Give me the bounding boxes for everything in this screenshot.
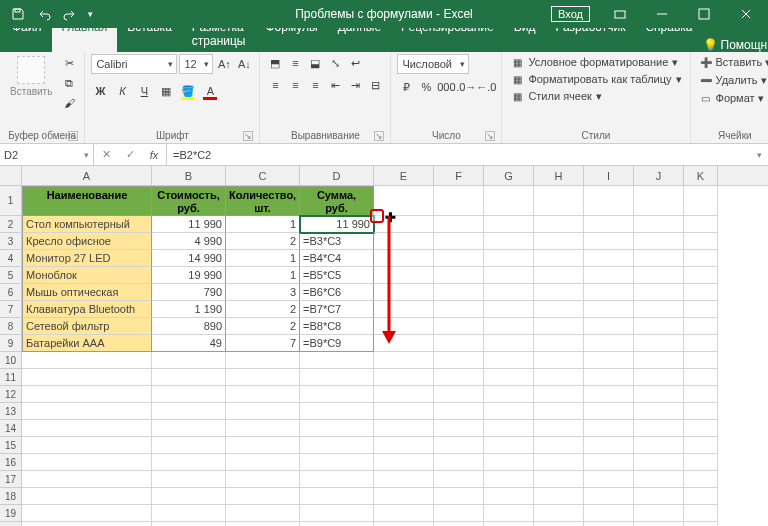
cell-6-D[interactable]: =B6*C6: [300, 284, 374, 301]
cell-5-E[interactable]: [374, 267, 434, 284]
tell-me-button[interactable]: 💡Помощн: [703, 38, 768, 52]
format-painter-icon[interactable]: 🖌: [60, 94, 78, 112]
cell-4-C[interactable]: 1: [226, 250, 300, 267]
cell-15-C[interactable]: [226, 437, 300, 454]
cell-17-C[interactable]: [226, 471, 300, 488]
cell-9-A[interactable]: Батарейки AAA: [22, 335, 152, 352]
cell-17-B[interactable]: [152, 471, 226, 488]
cell-15-I[interactable]: [584, 437, 634, 454]
cell-8-F[interactable]: [434, 318, 484, 335]
cell-5-A[interactable]: Моноблок: [22, 267, 152, 284]
col-header-K[interactable]: K: [684, 166, 718, 185]
cell-7-D[interactable]: =B7*C7: [300, 301, 374, 318]
cell-3-K[interactable]: [684, 233, 718, 250]
borders-icon[interactable]: ▦: [157, 82, 175, 100]
cell-19-J[interactable]: [634, 505, 684, 522]
cell-2-K[interactable]: [684, 216, 718, 233]
cell-19-H[interactable]: [534, 505, 584, 522]
cell-3-I[interactable]: [584, 233, 634, 250]
increase-decimal-icon[interactable]: .0→: [457, 78, 475, 96]
cell-6-J[interactable]: [634, 284, 684, 301]
cell-4-J[interactable]: [634, 250, 684, 267]
cell-5-J[interactable]: [634, 267, 684, 284]
cell-3-H[interactable]: [534, 233, 584, 250]
cell-20-J[interactable]: [634, 522, 684, 526]
col-header-I[interactable]: I: [584, 166, 634, 185]
paste-button[interactable]: Вставить: [6, 54, 56, 99]
number-format-select[interactable]: Числовой: [397, 54, 469, 74]
undo-icon[interactable]: [32, 2, 56, 26]
cell-14-B[interactable]: [152, 420, 226, 437]
cell-3-B[interactable]: 4 990: [152, 233, 226, 250]
cell-13-J[interactable]: [634, 403, 684, 420]
cell-16-E[interactable]: [374, 454, 434, 471]
cell-20-H[interactable]: [534, 522, 584, 526]
format-as-table-button[interactable]: ▦Форматировать как таблицу▾: [508, 71, 683, 87]
row-header-4[interactable]: 4: [0, 250, 21, 267]
cell-14-F[interactable]: [434, 420, 484, 437]
cells-area[interactable]: НаименованиеСтоимость,руб.Количество,шт.…: [22, 186, 768, 526]
cell-14-J[interactable]: [634, 420, 684, 437]
cell-19-C[interactable]: [226, 505, 300, 522]
cell-10-K[interactable]: [684, 352, 718, 369]
cell-12-G[interactable]: [484, 386, 534, 403]
align-center-icon[interactable]: ≡: [286, 76, 304, 94]
orientation-icon[interactable]: ⤡: [326, 54, 344, 72]
cell-18-E[interactable]: [374, 488, 434, 505]
cell-2-G[interactable]: [484, 216, 534, 233]
cell-12-K[interactable]: [684, 386, 718, 403]
align-top-icon[interactable]: ⬒: [266, 54, 284, 72]
cell-16-K[interactable]: [684, 454, 718, 471]
formula-input[interactable]: =B2*C2: [167, 144, 768, 165]
cell-11-C[interactable]: [226, 369, 300, 386]
cell-11-B[interactable]: [152, 369, 226, 386]
cell-1-G[interactable]: [484, 186, 534, 216]
cell-5-K[interactable]: [684, 267, 718, 284]
col-header-B[interactable]: B: [152, 166, 226, 185]
cell-1-J[interactable]: [634, 186, 684, 216]
col-header-C[interactable]: C: [226, 166, 300, 185]
cell-20-C[interactable]: [226, 522, 300, 526]
cell-11-F[interactable]: [434, 369, 484, 386]
login-button[interactable]: Вход: [551, 6, 590, 22]
row-header-1[interactable]: 1: [0, 186, 21, 216]
row-header-15[interactable]: 15: [0, 437, 21, 454]
cell-5-C[interactable]: 1: [226, 267, 300, 284]
cell-17-A[interactable]: [22, 471, 152, 488]
shrink-font-icon[interactable]: A↓: [235, 55, 253, 73]
cell-18-C[interactable]: [226, 488, 300, 505]
cell-9-C[interactable]: 7: [226, 335, 300, 352]
cell-14-D[interactable]: [300, 420, 374, 437]
cell-19-D[interactable]: [300, 505, 374, 522]
merge-icon[interactable]: ⊟: [366, 76, 384, 94]
align-bottom-icon[interactable]: ⬓: [306, 54, 324, 72]
cell-8-J[interactable]: [634, 318, 684, 335]
cell-10-G[interactable]: [484, 352, 534, 369]
increase-indent-icon[interactable]: ⇥: [346, 76, 364, 94]
cell-16-J[interactable]: [634, 454, 684, 471]
insert-cells-button[interactable]: ➕Вставить▾: [697, 54, 768, 70]
cell-3-A[interactable]: Кресло офисное: [22, 233, 152, 250]
cell-7-F[interactable]: [434, 301, 484, 318]
align-middle-icon[interactable]: ≡: [286, 54, 304, 72]
cell-18-G[interactable]: [484, 488, 534, 505]
cell-12-H[interactable]: [534, 386, 584, 403]
cell-6-G[interactable]: [484, 284, 534, 301]
cell-7-H[interactable]: [534, 301, 584, 318]
row-header-6[interactable]: 6: [0, 284, 21, 301]
cell-15-D[interactable]: [300, 437, 374, 454]
header-sum[interactable]: Сумма,руб.: [300, 186, 374, 216]
cell-1-F[interactable]: [434, 186, 484, 216]
cell-15-F[interactable]: [434, 437, 484, 454]
align-right-icon[interactable]: ≡: [306, 76, 324, 94]
cell-14-H[interactable]: [534, 420, 584, 437]
cell-4-I[interactable]: [584, 250, 634, 267]
row-header-19[interactable]: 19: [0, 505, 21, 522]
cell-18-D[interactable]: [300, 488, 374, 505]
cell-20-K[interactable]: [684, 522, 718, 526]
cell-5-D[interactable]: =B5*C5: [300, 267, 374, 284]
cell-9-H[interactable]: [534, 335, 584, 352]
cell-6-C[interactable]: 3: [226, 284, 300, 301]
cell-10-F[interactable]: [434, 352, 484, 369]
cell-19-B[interactable]: [152, 505, 226, 522]
